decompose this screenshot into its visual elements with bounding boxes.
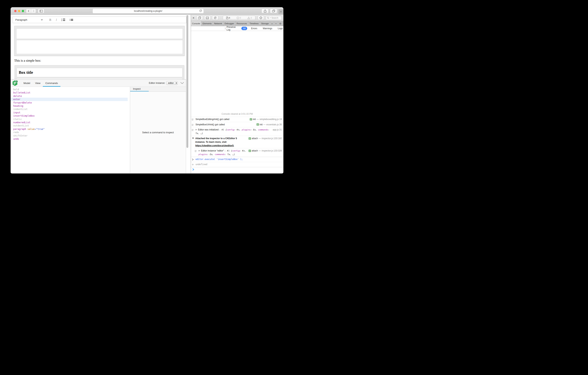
console-message-nested[interactable]: Editor instance "editor" – Kl {config: K…: [194, 148, 284, 157]
preserve-log-checkbox[interactable]: [225, 27, 225, 30]
more-tabs-button[interactable]: »: [270, 21, 274, 26]
disclosure-triangle-icon[interactable]: [196, 129, 197, 131]
command-item[interactable]: numberedList: [10, 121, 130, 124]
tab-view[interactable]: View: [32, 79, 43, 87]
log-icon: [192, 129, 194, 131]
paragraph-style-dropdown[interactable]: Paragraph: [15, 18, 27, 21]
sidebar-toggle-button[interactable]: [38, 9, 44, 13]
address-bar[interactable]: localhost/creating-a-plugin/: [93, 9, 204, 13]
log-icon: [192, 118, 194, 121]
function-badge: f: [249, 150, 251, 152]
command-item[interactable]: redo: [10, 131, 130, 134]
prompt-chevron-icon: [192, 168, 195, 171]
command-item[interactable]: forwardDelete: [10, 101, 130, 104]
tab-console[interactable]: Console: [191, 21, 201, 26]
share-button[interactable]: [262, 9, 269, 13]
disclosure-triangle-icon[interactable]: [199, 150, 200, 152]
ckeditor-logo-icon: 5: [12, 80, 18, 86]
command-item[interactable]: input: [10, 111, 130, 114]
zoom-window-button[interactable]: [22, 10, 24, 12]
console-input-line[interactable]: [191, 167, 284, 173]
resource-status-control[interactable]: 4 0 0: [223, 16, 255, 20]
disclosure-triangle-expanded-icon[interactable]: [192, 138, 194, 139]
paragraph-text[interactable]: This is a simple box:: [14, 59, 41, 63]
command-item[interactable]: undo: [10, 137, 130, 141]
log-icon: [195, 150, 197, 153]
filter-logs[interactable]: Logs: [276, 27, 284, 30]
reload-icon[interactable]: [199, 10, 202, 12]
tab-overview-button[interactable]: [270, 9, 277, 13]
source-link[interactable]: app.js:31: [273, 128, 282, 132]
command-item-selected[interactable]: enter: [10, 98, 128, 101]
collapse-inspector-icon[interactable]: [180, 82, 184, 84]
error-count: 0: [237, 17, 241, 19]
simple-box-widget[interactable]: [14, 26, 185, 56]
dock-side-button[interactable]: [196, 16, 203, 20]
filter-errors[interactable]: Errors: [249, 27, 259, 30]
minimize-window-button[interactable]: [18, 10, 20, 12]
tab-resources[interactable]: Resources: [235, 21, 248, 26]
tab-commands[interactable]: Commands: [43, 79, 60, 87]
close-window-button[interactable]: [14, 10, 16, 12]
console-message[interactable]: SimpleBoxEditing#init() got called finit…: [191, 117, 284, 122]
italic-button[interactable]: I: [56, 18, 57, 22]
command-item[interactable]: outdentList: [10, 124, 130, 127]
ckeditor-docs-link[interactable]: https://ckeditor.com/docs/ckeditor5: [195, 144, 234, 147]
source-link[interactable]: essentials.js:35: [266, 123, 282, 126]
console-message[interactable]: Attached the inspector to a CKEditor 5 i…: [191, 136, 284, 148]
close-inspector-button[interactable]: ✕: [192, 16, 195, 19]
tab-model[interactable]: Model: [21, 79, 32, 87]
command-item[interactable]: bulletedList: [10, 91, 130, 94]
add-tab-button[interactable]: +: [274, 21, 278, 26]
command-item[interactable]: delete: [10, 94, 130, 98]
command-item[interactable]: italic: [10, 118, 130, 121]
tabs-icon: [272, 10, 275, 12]
numbered-list-button[interactable]: 1 2: [61, 19, 65, 21]
bold-button[interactable]: B: [49, 18, 51, 22]
tab-elements[interactable]: Elements: [201, 21, 213, 26]
svg-text:5: 5: [16, 81, 17, 82]
inspector-header: 5 Model View Commands Editor instance: e…: [10, 79, 186, 87]
source-link[interactable]: inspector.js:133:326: [262, 149, 282, 153]
simple-box-title-field[interactable]: Box title: [17, 68, 182, 77]
filter-warnings[interactable]: Warnings: [261, 27, 274, 30]
tab-storage[interactable]: Storage: [260, 21, 270, 26]
web-inspector: ✕ 4 0 0: [191, 15, 284, 173]
tab-debugger[interactable]: Debugger: [223, 21, 235, 26]
reload-page-button[interactable]: [212, 16, 218, 20]
simple-box-description-field[interactable]: [16, 40, 183, 54]
url-text: localhost/creating-a-plugin/: [134, 10, 162, 12]
tab-network[interactable]: Network: [213, 21, 223, 26]
return-value-icon: [192, 164, 194, 165]
chevron-down-icon[interactable]: [41, 19, 43, 21]
element-picker-button[interactable]: [258, 16, 264, 20]
page-scrollbar[interactable]: [186, 15, 188, 148]
source-link[interactable]: inspector.js:133:182: [262, 137, 282, 140]
box-title-text[interactable]: Box title: [19, 70, 33, 75]
forward-button[interactable]: [31, 9, 36, 13]
warning-count: 0: [247, 17, 252, 19]
command-item[interactable]: insertSimpleBox: [10, 114, 130, 117]
command-item[interactable]: paragraph value="true": [10, 127, 130, 131]
command-item[interactable]: indentList: [10, 108, 130, 111]
tab-timelines[interactable]: Timelines: [248, 21, 260, 26]
settings-gear-icon[interactable]: ⚙: [278, 21, 283, 26]
editor-instance-select[interactable]: editor: [166, 81, 178, 85]
filter-all[interactable]: All: [241, 27, 247, 30]
source-link[interactable]: simpleboxediting.js:19: [260, 118, 282, 121]
simple-box-title-field[interactable]: [16, 28, 183, 39]
console-input-echo[interactable]: editor.execute( 'insertSimpleBox' );: [191, 157, 284, 162]
function-badge: f: [256, 123, 259, 126]
search-input[interactable]: Search: [266, 16, 282, 20]
console-message[interactable]: SimpleBoxUI#init() got called finit—esse…: [191, 122, 284, 127]
bulleted-list-button[interactable]: [70, 19, 73, 21]
console-message[interactable]: Editor was initialized – Kl {config: Kn,…: [191, 127, 284, 136]
command-item[interactable]: heading: [10, 104, 130, 108]
command-item[interactable]: shiftEnter: [10, 134, 130, 137]
dock-bottom-button[interactable]: [204, 16, 211, 20]
console-result[interactable]: undefined: [191, 162, 284, 167]
command-item[interactable]: bold: [10, 88, 130, 91]
tab-inspect[interactable]: Inspect: [130, 87, 149, 91]
new-tab-button[interactable]: +: [278, 9, 284, 14]
back-button[interactable]: [26, 9, 31, 13]
